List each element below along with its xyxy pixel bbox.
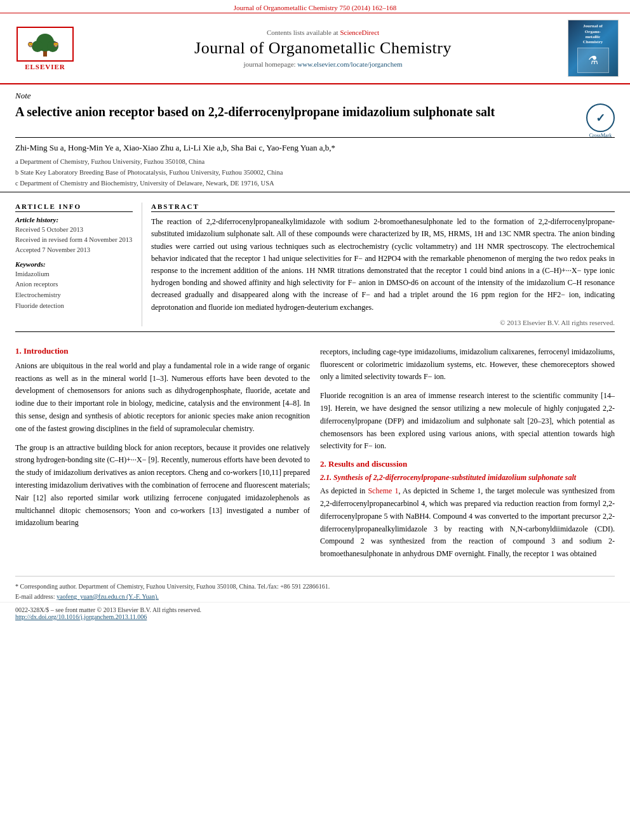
article-history-group: Article history: Received 5 October 2013… — [15, 216, 133, 255]
journal-cover-image: Journal of Organo- metallic Chemistry ⚗ — [566, 20, 620, 77]
section2-subsection-title: 2.1. Synthesis of 2,2-diferrocenylpropan… — [320, 473, 615, 483]
article-info-abstract: ARTICLE INFO Article history: Received 5… — [0, 196, 630, 326]
journal-top-bar: Journal of Organometallic Chemistry 750 … — [0, 0, 630, 13]
issn-line: 0022-328X/$ – see front matter © 2013 El… — [15, 606, 615, 613]
keyword-4: Fluoride detection — [15, 301, 133, 312]
main-body: 1. Introduction Anions are ubiquitous in… — [0, 337, 630, 576]
keywords-group: Keywords: Imidazolium Anion receptors El… — [15, 260, 133, 312]
right-column: ABSTRACT The reaction of 2,2-diferroceny… — [142, 203, 615, 326]
keyword-1: Imidazolium — [15, 269, 133, 280]
logo-box: 🦁 🦁 — [17, 27, 74, 62]
article-type-label: Note — [15, 91, 615, 101]
bottom-bar: 0022-328X/$ – see front matter © 2013 El… — [0, 602, 630, 624]
sciencedirect-label: Contents lists available at ScienceDirec… — [267, 29, 379, 36]
footnote-area: * Corresponding author. Department of Ch… — [15, 576, 615, 602]
article-history-title: Article history: — [15, 216, 133, 223]
email-label: E-mail address: — [15, 593, 55, 600]
copyright-line: © 2013 Elsevier B.V. All rights reserved… — [151, 319, 615, 326]
corresponding-author-note: * Corresponding author. Department of Ch… — [15, 582, 615, 592]
crossmark-badge: ✓ CrossMark — [586, 103, 615, 132]
received-date: Received 5 October 2013 — [15, 225, 133, 235]
left-column: ARTICLE INFO Article history: Received 5… — [15, 203, 142, 326]
elsevier-logo-svg: 🦁 🦁 — [20, 27, 70, 60]
journal-homepage-link[interactable]: www.elsevier.com/locate/jorganchem — [297, 60, 402, 68]
section1-title: 1. Introduction — [15, 346, 310, 356]
elsevier-logo: 🦁 🦁 ELSEVIER — [10, 20, 80, 77]
accepted-date: Accepted 7 November 2013 — [15, 245, 133, 255]
scheme1-link[interactable]: Scheme 1 — [368, 486, 398, 495]
elsevier-text: ELSEVIER — [25, 63, 65, 70]
section1-right-para2: Fluoride recognition is an area of immen… — [320, 390, 615, 453]
affiliation-a: a Department of Chemistry, Fuzhou Univer… — [15, 157, 615, 167]
authors-line: Zhi-Ming Su a, Hong-Min Ye a, Xiao-Xiao … — [15, 143, 615, 153]
svg-text:🦁: 🦁 — [53, 41, 59, 48]
article-info-label: ARTICLE INFO — [15, 203, 133, 212]
revised-date: Received in revised form 4 November 2013 — [15, 235, 133, 245]
section1-para1: Anions are ubiquitous in the real world … — [15, 360, 310, 436]
abstract-text: The reaction of 2,2-diferrocenylpropanea… — [151, 216, 615, 314]
svg-text:🦁: 🦁 — [27, 41, 34, 48]
section1-para2: The group is an attractive building bloc… — [15, 442, 310, 530]
header-area: 🦁 🦁 ELSEVIER Contents lists available at… — [0, 13, 630, 84]
section2-title: 2. Results and discussion — [320, 459, 615, 469]
abstract-label: ABSTRACT — [151, 203, 615, 212]
journal-cover-box: Journal of Organo- metallic Chemistry ⚗ — [568, 20, 619, 77]
article-title-block: A selective anion receptor based on 2,2-… — [15, 103, 615, 138]
body-left-column: 1. Introduction Anions are ubiquitous in… — [15, 346, 310, 567]
keyword-3: Electrochemistry — [15, 290, 133, 301]
journal-citation: Journal of Organometallic Chemistry 750 … — [234, 4, 396, 11]
doi-line: http://dx.doi.org/10.1016/j.jorganchem.2… — [15, 613, 615, 620]
email-line: E-mail address: yaofeng_yuan@fzu.edu.cn … — [15, 592, 615, 602]
email-link[interactable]: yaofeng_yuan@fzu.edu.cn (Y.-F. Yuan). — [57, 593, 159, 600]
journal-homepage: journal homepage: www.elsevier.com/locat… — [243, 60, 402, 68]
page: Journal of Organometallic Chemistry 750 … — [0, 0, 630, 840]
section1-right-para1: receptors, including cage-type imidazoli… — [320, 346, 615, 383]
body-right-column: receptors, including cage-type imidazoli… — [320, 346, 615, 567]
section2-subsection-text: As depicted in Scheme 1, As depicted in … — [320, 485, 615, 561]
affiliations: a Department of Chemistry, Fuzhou Univer… — [15, 157, 615, 188]
keywords-title: Keywords: — [15, 260, 133, 268]
journal-name-title: Journal of Organometallic Chemistry — [194, 39, 452, 58]
affiliation-b: b State Key Laboratory Breeding Base of … — [15, 168, 615, 178]
keyword-2: Anion receptors — [15, 279, 133, 290]
journal-title-center: Contents lists available at ScienceDirec… — [86, 20, 560, 77]
sciencedirect-link[interactable]: ScienceDirect — [340, 29, 379, 36]
doi-link[interactable]: http://dx.doi.org/10.1016/j.jorganchem.2… — [15, 613, 147, 620]
affiliation-c: c Department of Chemistry and Biochemist… — [15, 178, 615, 189]
keywords-list: Imidazolium Anion receptors Electrochemi… — [15, 269, 133, 312]
article-title: A selective anion receptor based on 2,2-… — [15, 103, 495, 120]
crossmark-icon: ✓ — [596, 111, 605, 125]
note-section: Note A selective anion receptor based on… — [0, 84, 630, 188]
crossmark-inner: ✓ — [586, 103, 615, 132]
